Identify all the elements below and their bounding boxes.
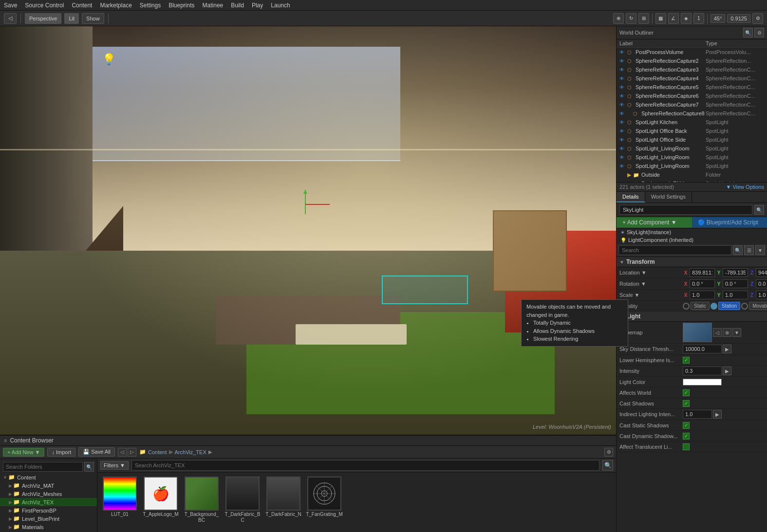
outliner-row-7[interactable]: 👁⬡SphereReflectionCapture8SphereReflecti… xyxy=(617,109,767,118)
asset-item-2[interactable]: T_Background_BC xyxy=(183,477,220,523)
menu-item-blueprints[interactable]: Blueprints xyxy=(168,2,194,9)
outliner-search-btn[interactable]: 🔍 xyxy=(743,28,753,37)
outliner-row-10[interactable]: 👁⬡SpotLight Office SideSpotLight xyxy=(617,135,767,144)
menu-item-build[interactable]: Build xyxy=(231,2,244,9)
visibility-icon-3[interactable]: 👁 xyxy=(619,76,626,81)
cubemap-options-btn[interactable]: ▼ xyxy=(732,328,741,337)
grid-btn[interactable]: ▦ xyxy=(655,13,666,24)
rotation-z-input[interactable] xyxy=(756,279,767,288)
indirect-lighting-input[interactable] xyxy=(683,410,712,419)
visibility-icon-4[interactable]: 👁 xyxy=(619,85,626,90)
visibility-icon-12[interactable]: 👁 xyxy=(619,155,626,160)
camera-speed-btn[interactable]: 1 xyxy=(693,13,704,24)
rotation-label[interactable]: Rotation ▼ xyxy=(619,281,683,287)
blueprint-add-script-btn[interactable]: 🔵 Blueprint/Add Script xyxy=(692,217,767,228)
undo-btn[interactable]: ◁ xyxy=(4,13,17,24)
nav-back-btn[interactable]: ◁ xyxy=(118,448,127,457)
scale-btn[interactable]: ⊞ xyxy=(638,13,649,24)
menu-item-play[interactable]: Play xyxy=(252,2,263,9)
visibility-icon-9[interactable]: 👁 xyxy=(619,128,626,134)
affects-world-checkbox[interactable] xyxy=(683,389,690,396)
outliner-row-1[interactable]: 👁⬡SphereReflectionCapture2SphereReflecti… xyxy=(617,56,767,65)
details-more-btn[interactable]: ▼ xyxy=(755,245,765,255)
scale-x-input[interactable] xyxy=(690,291,715,299)
browse-actor-btn[interactable]: 🔍 xyxy=(754,205,764,215)
stationary-btn[interactable]: Station xyxy=(718,302,740,310)
menu-item-source-control[interactable]: Source Control xyxy=(25,2,64,9)
sky-distance-inc-btn[interactable]: ▶ xyxy=(723,345,731,353)
asset-item-5[interactable]: T_FanGrating_M xyxy=(306,477,343,523)
folder-item-4[interactable]: ▶📁FirstPersonBP xyxy=(0,506,97,514)
stationary-radio[interactable] xyxy=(711,303,717,310)
outliner-row-4[interactable]: 👁⬡SphereReflectionCapture5SphereReflecti… xyxy=(617,83,767,92)
details-list-view-btn[interactable]: ☰ xyxy=(744,245,754,255)
lower-hemisphere-checkbox[interactable] xyxy=(683,357,690,364)
tab-world-settings[interactable]: World Settings xyxy=(645,192,692,202)
outliner-row-3[interactable]: 👁⬡SphereReflectionCapture4SphereReflecti… xyxy=(617,74,767,83)
outliner-row-0[interactable]: 👁⬡PostProcessVolumePostProcessVolu... xyxy=(617,48,767,56)
folder-item-6[interactable]: ▶📁Materials xyxy=(0,523,97,531)
folder-item-3[interactable]: ▶📁ArchViz_TEX xyxy=(0,498,97,506)
intensity-input[interactable] xyxy=(683,367,722,375)
outliner-row-2[interactable]: 👁⬡SphereReflectionCapture3SphereReflecti… xyxy=(617,65,767,74)
lit-btn[interactable]: Lit xyxy=(64,13,79,24)
outliner-row-12[interactable]: 👁⬡SpotLight_LivingRoomSpotLight xyxy=(617,153,767,162)
search-assets-input[interactable] xyxy=(131,460,599,471)
visibility-icon-2[interactable]: 👁 xyxy=(619,67,626,73)
scale-z-input[interactable] xyxy=(756,291,767,299)
viewport[interactable]: 💡 Level: WoonhuisV2A (Persistent) xyxy=(0,26,616,435)
translate-btn[interactable]: ⊕ xyxy=(613,13,624,24)
visibility-icon-1[interactable]: 👁 xyxy=(619,58,626,64)
menu-item-marketplace[interactable]: Marketplace xyxy=(100,2,131,9)
visibility-icon-6[interactable]: 👁 xyxy=(619,102,626,108)
movable-btn[interactable]: Movabi... xyxy=(749,302,767,310)
view-options-btn[interactable]: ▼ View Options xyxy=(726,184,764,190)
add-component-btn[interactable]: + Add Component ▼ xyxy=(617,217,692,228)
outliner-row-6[interactable]: 👁⬡SphereReflectionCapture7SphereReflecti… xyxy=(617,100,767,109)
folder-item-1[interactable]: ▶📁ArchViz_MAT xyxy=(0,481,97,490)
nav-forward-btn[interactable]: ▷ xyxy=(128,448,136,457)
asset-item-0[interactable]: LUT_01 xyxy=(101,477,138,523)
outliner-row-5[interactable]: 👁⬡SphereReflectionCapture6SphereReflecti… xyxy=(617,92,767,100)
rotate-btn[interactable]: ↻ xyxy=(626,13,636,24)
asset-item-1[interactable]: 🍎 T_AppleLogo_M xyxy=(142,477,179,523)
location-x-input[interactable] xyxy=(690,268,715,277)
location-label[interactable]: Location ▼ xyxy=(619,270,683,275)
import-btn[interactable]: ↓ Import xyxy=(47,448,75,457)
light-color-swatch[interactable] xyxy=(683,379,722,385)
static-btn[interactable]: Static xyxy=(691,302,710,310)
search-folders-btn[interactable]: 🔍 xyxy=(84,462,94,472)
visibility-icon-13[interactable]: 👁 xyxy=(619,164,626,169)
light-section-header[interactable]: ▼ Light xyxy=(617,312,767,322)
visibility-icon-11[interactable]: 👁 xyxy=(619,146,626,151)
skylight-instance-item[interactable]: ☀ SkyLight(Instance) xyxy=(617,228,767,236)
visibility-icon-7[interactable]: 👁 xyxy=(619,111,626,116)
menu-item-launch[interactable]: Launch xyxy=(271,2,290,9)
folder-item-5[interactable]: ▶📁Level_BluePrint xyxy=(0,514,97,523)
visibility-icon-10[interactable]: 👁 xyxy=(619,137,626,143)
actor-name-input[interactable] xyxy=(619,205,752,215)
rotation-x-input[interactable] xyxy=(690,279,715,288)
outliner-row-9[interactable]: 👁⬡SpotLight Office BackSpotLight xyxy=(617,127,767,135)
menu-item-settings[interactable]: Settings xyxy=(140,2,161,9)
cast-static-checkbox[interactable] xyxy=(683,422,690,429)
affect-translucent-checkbox[interactable] xyxy=(683,443,690,450)
outliner-row-13[interactable]: 👁⬡SpotLight_LivingRoomSpotLight xyxy=(617,162,767,170)
menu-item-save[interactable]: Save xyxy=(4,2,17,9)
folder-item-2[interactable]: ▶📁ArchViz_Meshes xyxy=(0,490,97,498)
outliner-settings-btn[interactable]: ⚙ xyxy=(754,28,764,37)
search-folders-input[interactable] xyxy=(3,462,83,472)
indirect-inc-btn[interactable]: ▶ xyxy=(713,410,722,419)
perspective-btn[interactable]: Perspective xyxy=(25,13,61,24)
transform-section-header[interactable]: ▼ Transform xyxy=(617,257,767,267)
intensity-inc-btn[interactable]: ▶ xyxy=(723,367,731,375)
visibility-icon-8[interactable]: 👁 xyxy=(619,120,626,125)
cb-settings-btn[interactable]: ⚙ xyxy=(604,448,613,457)
movable-radio[interactable] xyxy=(741,303,748,310)
visibility-icon-0[interactable]: 👁 xyxy=(619,50,626,55)
tab-details[interactable]: Details xyxy=(617,192,645,202)
cast-shadows-checkbox[interactable] xyxy=(683,400,690,407)
menu-item-matinee[interactable]: Matinee xyxy=(203,2,224,9)
breadcrumb-archviz-tex[interactable]: ArchViz_TEX xyxy=(175,449,206,455)
cubemap-preview[interactable] xyxy=(683,323,712,342)
